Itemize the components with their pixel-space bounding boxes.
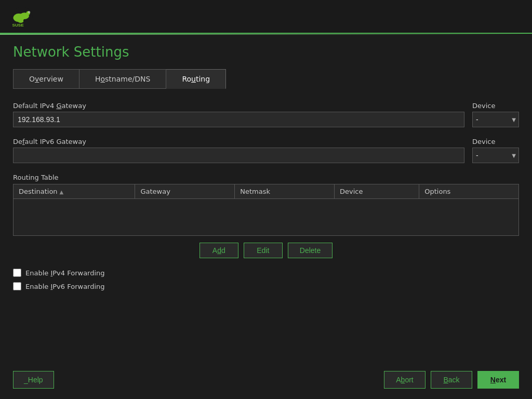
routing-table-label: Routing Table (13, 174, 519, 181)
ipv6-device-group: Device - (472, 138, 519, 163)
ipv4-forwarding-checkbox[interactable] (13, 269, 21, 277)
delete-button[interactable]: Delete (288, 243, 332, 258)
svg-text:SUSE: SUSE (12, 23, 24, 28)
next-button[interactable]: Next (477, 371, 519, 389)
tab-hostname-dns-label: Hostname/DNS (95, 75, 150, 83)
svg-point-4 (18, 19, 23, 23)
tab-routing-label: Routing (182, 75, 210, 83)
page-title: Network Settings (13, 44, 519, 60)
ipv4-gateway-row: Default IPv4 Gateway Device - (13, 102, 519, 127)
ipv6-device-select[interactable]: - (472, 148, 519, 163)
ipv6-forwarding-checkbox[interactable] (13, 282, 21, 290)
ipv6-device-label: Device (472, 138, 519, 145)
table-actions: Add Edit Delete (13, 243, 519, 258)
routing-table: Destination▲ Gateway Netmask Device Opti… (13, 184, 519, 236)
suse-logo-icon: SUSE (10, 5, 34, 28)
ipv4-device-label: Device (472, 102, 519, 110)
ipv6-gateway-row: Default IPv6 Gateway Device - (13, 138, 519, 163)
ipv4-gateway-label: Default IPv4 Gateway (13, 102, 464, 110)
ipv4-device-select[interactable]: - (472, 112, 519, 127)
col-header-gateway[interactable]: Gateway (135, 184, 235, 198)
tab-overview[interactable]: Overview (13, 69, 79, 89)
sort-indicator-destination: ▲ (60, 189, 64, 195)
ipv4-forwarding-label[interactable]: Enable IPv4 Forwarding (25, 269, 105, 277)
ipv4-gateway-field: Default IPv4 Gateway (13, 102, 464, 127)
tab-hostname-dns[interactable]: Hostname/DNS (79, 69, 166, 89)
tabs: Overview Hostname/DNS Routing (13, 69, 519, 89)
ipv4-device-select-wrapper: - (472, 112, 519, 127)
ipv6-device-select-wrapper: - (472, 148, 519, 163)
abort-button[interactable]: Abort (384, 371, 425, 389)
tab-routing[interactable]: Routing (166, 69, 226, 89)
ipv4-device-group: Device - (472, 102, 519, 127)
ipv4-forwarding-row: Enable IPv4 Forwarding (13, 269, 519, 277)
back-button[interactable]: Back (431, 371, 472, 389)
main-content: Network Settings Overview Hostname/DNS R… (0, 34, 532, 399)
add-button[interactable]: Add (200, 243, 238, 258)
ipv6-forwarding-label[interactable]: Enable IPv6 Forwarding (25, 283, 105, 290)
col-header-device[interactable]: Device (335, 184, 419, 198)
col-header-destination[interactable]: Destination▲ (14, 184, 135, 198)
ipv6-forwarding-row: Enable IPv6 Forwarding (13, 282, 519, 290)
topbar: SUSE (0, 0, 532, 34)
routing-table-body (14, 199, 518, 235)
bottom-bar: _Help Abort Back Next (13, 363, 519, 389)
edit-button[interactable]: Edit (244, 243, 283, 258)
routing-table-header: Destination▲ Gateway Netmask Device Opti… (14, 184, 518, 199)
col-header-options[interactable]: Options (419, 184, 518, 198)
checkbox-section: Enable IPv4 Forwarding Enable IPv6 Forwa… (13, 269, 519, 290)
ipv6-gateway-field: Default IPv6 Gateway (13, 138, 464, 163)
ipv4-gateway-input[interactable] (13, 112, 464, 127)
content: Default IPv4 Gateway Device - Default IP… (13, 102, 519, 363)
ipv6-gateway-input[interactable] (13, 148, 464, 163)
col-header-netmask[interactable]: Netmask (235, 184, 335, 198)
nav-buttons: Abort Back Next (384, 371, 519, 389)
routing-table-section: Routing Table Destination▲ Gateway Netma… (13, 174, 519, 258)
tab-overview-label: Overview (29, 75, 63, 83)
svg-point-6 (29, 12, 30, 13)
help-button[interactable]: _Help (13, 371, 54, 389)
ipv6-gateway-label: Default IPv6 Gateway (13, 138, 464, 145)
suse-logo: SUSE (10, 5, 34, 28)
